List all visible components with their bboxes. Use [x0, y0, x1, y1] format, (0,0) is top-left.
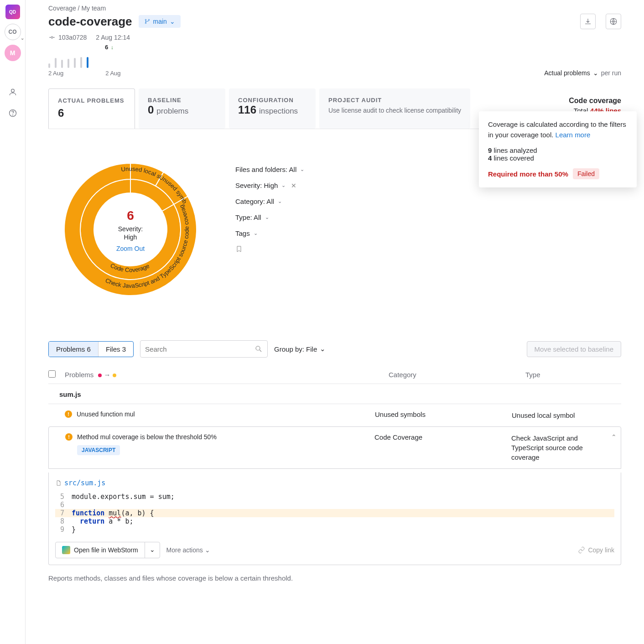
clear-filter-icon[interactable]: ✕	[291, 182, 296, 189]
code-detail-panel: src/sum.js 5module.exports.sum = sum; 6 …	[48, 473, 621, 565]
spark-bar[interactable]	[61, 60, 63, 68]
breadcrumb-team[interactable]: My team	[81, 5, 106, 12]
col-category[interactable]: Category	[389, 371, 525, 379]
file-group-header[interactable]: sum.js	[48, 384, 621, 404]
problem-type: Unused local symbol	[512, 410, 608, 420]
search-input[interactable]	[145, 345, 254, 353]
chart-mode-label: Actual problems	[544, 69, 590, 77]
coverage-required: Required more than 50%	[488, 170, 568, 178]
inspection-description: Reports methods, classes and files whose…	[48, 574, 621, 582]
card-title: BASELINE	[148, 97, 216, 104]
chevron-down-icon: ⌄	[300, 166, 304, 172]
col-problems[interactable]: Problems	[65, 371, 93, 379]
card-baseline[interactable]: BASELINE 0problems	[139, 88, 225, 129]
chevron-down-icon: ⌄	[265, 214, 269, 220]
select-all-checkbox[interactable]	[48, 370, 56, 378]
language-chip: JAVASCRIPT	[77, 445, 120, 455]
sunburst-chart[interactable]: Unused local sy… Unused symb… Check Java…	[48, 147, 213, 313]
bookmark-icon[interactable]	[235, 245, 304, 254]
qodana-logo[interactable]: QD	[5, 5, 20, 19]
search-box[interactable]	[140, 340, 268, 358]
chevron-down-icon: ⌄	[281, 182, 286, 188]
project-badge[interactable]: CO ⌄	[5, 24, 21, 40]
learn-more-link[interactable]: Learn more	[556, 131, 591, 139]
card-title: PROJECT AUDIT	[328, 97, 461, 104]
failed-badge: Failed	[573, 168, 599, 179]
open-file-dropdown[interactable]: ⌄	[145, 542, 160, 558]
filter-files[interactable]: Files and folders: All⌄	[235, 166, 304, 173]
help-icon[interactable]	[5, 105, 21, 121]
svg-point-4	[145, 22, 146, 23]
move-to-baseline-button[interactable]: Move selected to baseline	[527, 341, 621, 357]
card-project-audit[interactable]: PROJECT AUDIT Use license audit to check…	[319, 88, 470, 129]
card-configuration[interactable]: CONFIGURATION 116inspections	[229, 88, 316, 129]
spark-bar[interactable]	[74, 58, 76, 68]
search-icon	[254, 345, 263, 353]
donut-sev-label: Severity:	[118, 225, 143, 232]
trend-down-icon: ↓	[111, 44, 114, 51]
filter-type[interactable]: Type: All⌄	[235, 213, 304, 221]
card-value: 6	[58, 107, 125, 119]
donut-value: 6	[116, 208, 145, 223]
open-file-button[interactable]: Open file in WebStorm ⌄	[55, 542, 160, 558]
filter-category[interactable]: Category: All⌄	[235, 197, 304, 205]
chevron-down-icon: ⌄	[21, 36, 24, 41]
page-title: code-coverage	[48, 15, 132, 29]
sparkline-chart[interactable]: 6 ↓ 2 Aug 2 Aug	[48, 44, 121, 77]
collapse-icon[interactable]: ⌃	[607, 433, 621, 441]
filter-severity[interactable]: Severity: High⌄✕	[235, 182, 304, 189]
user-avatar[interactable]: M	[5, 45, 21, 61]
card-sub: problems	[156, 107, 188, 115]
chart-mode-sub: per run	[601, 69, 621, 77]
left-rail: QD CO ⌄ M	[0, 0, 26, 644]
chevron-down-icon: ⌄	[170, 18, 175, 25]
commit-hash[interactable]: 103a0728	[58, 34, 87, 41]
copy-link-button[interactable]: Copy link	[578, 546, 614, 554]
chevron-down-icon: ⌄	[320, 345, 326, 353]
problem-type: Check JavaScript and TypeScript source c…	[511, 433, 607, 462]
filter-label: Type: All	[235, 213, 261, 221]
problem-row[interactable]: ! Unused function mul Unused symbols Unu…	[48, 404, 621, 426]
timestamp: 2 Aug 12:14	[96, 34, 130, 41]
code-coverage-summary: Code coverage Total 44% lines Coverage i…	[560, 88, 621, 129]
more-actions-button[interactable]: More actions ⌄	[166, 546, 210, 554]
code-snippet: 5module.exports.sum = sum; 6 7function m…	[55, 493, 614, 534]
source-file-link[interactable]: src/sum.js	[55, 479, 614, 487]
filter-label: Files and folders: All	[235, 166, 296, 173]
copy-link-label: Copy link	[588, 546, 614, 554]
download-button[interactable]	[580, 14, 596, 29]
card-sub: inspections	[259, 107, 298, 115]
globe-button[interactable]	[606, 14, 621, 29]
breadcrumb[interactable]: Coverage / My team	[48, 5, 621, 12]
view-tabs: Problems 6 Files 3	[48, 341, 134, 357]
spark-bar[interactable]	[48, 63, 50, 68]
breadcrumb-project[interactable]: Coverage	[48, 5, 76, 12]
zoom-out-link[interactable]: Zoom Out	[116, 245, 145, 252]
spark-bar[interactable]	[55, 58, 57, 68]
svg-point-7	[51, 36, 53, 38]
spark-bar-active[interactable]	[87, 57, 88, 68]
filter-tags[interactable]: Tags⌄	[235, 229, 304, 237]
tab-problems[interactable]: Problems 6	[49, 342, 98, 357]
col-type[interactable]: Type	[525, 371, 621, 379]
branch-selector[interactable]: main ⌄	[139, 15, 181, 28]
chevron-down-icon: ⌄	[278, 198, 282, 204]
tab-files[interactable]: Files 3	[99, 342, 133, 357]
avatar-letter: M	[10, 49, 16, 57]
group-by-selector[interactable]: Group by: File ⌄	[274, 345, 326, 353]
project-badge-text: CO	[9, 29, 17, 35]
problems-table: Problems → Category Type sum.js ! Unused…	[48, 366, 621, 582]
problem-row-expanded[interactable]: ! Method mul coverage is below the thres…	[48, 426, 621, 469]
filter-label: Category: All	[235, 197, 274, 205]
chevron-down-icon: ⌄	[593, 69, 598, 77]
chevron-down-icon: ⌄	[254, 230, 258, 236]
svg-point-3	[145, 19, 146, 20]
person-icon[interactable]	[5, 84, 21, 100]
problem-category: Code Coverage	[374, 433, 511, 441]
card-actual-problems[interactable]: ACTUAL PROBLEMS 6	[48, 88, 135, 129]
source-file-path: src/sum.js	[64, 479, 105, 487]
spark-bar[interactable]	[68, 59, 69, 68]
lines-analyzed-num: 9	[488, 146, 492, 154]
spark-bar[interactable]	[80, 57, 82, 68]
chart-mode-selector[interactable]: Actual problems ⌄ per run	[544, 69, 621, 77]
